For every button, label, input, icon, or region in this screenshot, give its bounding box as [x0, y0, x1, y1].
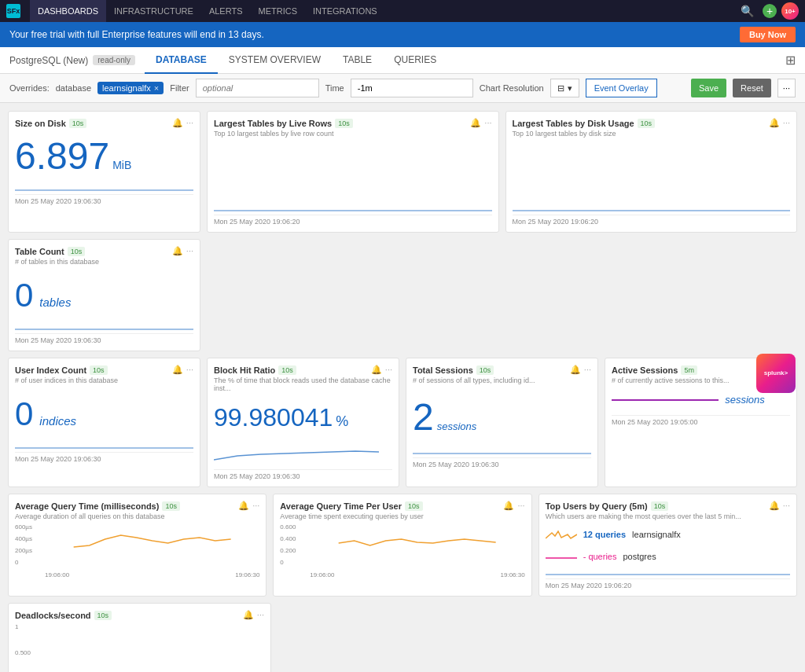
- card-dl-title: Deadlocks/second: [15, 611, 91, 620]
- tu-timestamp: Mon 25 May 2020 19:06:20: [546, 578, 790, 589]
- card-tu-bell-icon[interactable]: 🔔: [769, 501, 780, 511]
- avatar[interactable]: 10+: [781, 2, 799, 20]
- time-label: Time: [325, 83, 344, 93]
- aqt-chart-area: 600µs 400µs 200µs 0 19:06:00 19:06:30: [15, 523, 259, 578]
- ui-value-row: 0 indices: [15, 387, 193, 441]
- tc-value: 0: [15, 277, 33, 314]
- nav-alerts[interactable]: ALERTS: [201, 0, 251, 22]
- aqt-y3: 0: [15, 559, 42, 566]
- sub-nav: PostgreSQL (New) read-only DATABASE SYST…: [0, 47, 805, 74]
- nav-integrations[interactable]: INTEGRATIONS: [305, 0, 385, 22]
- logo-icon: SFx: [6, 4, 20, 18]
- database-tag-close[interactable]: ×: [154, 83, 159, 93]
- card-ld-more-icon[interactable]: ···: [783, 118, 790, 128]
- apu-chart-content: [310, 523, 524, 566]
- ts-value: 2: [413, 395, 434, 439]
- as-timestamp: Mon 25 May 2020 19:05:00: [612, 415, 790, 426]
- aqt-x0: 19:06:00: [45, 571, 69, 578]
- event-overlay-button[interactable]: Event Overlay: [586, 79, 657, 97]
- database-tag[interactable]: learnsignalfx ×: [97, 82, 164, 94]
- top-nav: SFx DASHBOARDS INFRASTRUCTURE ALERTS MET…: [0, 0, 805, 22]
- card-block-hit: Block Hit Ratio 10s 🔔 ··· The % of time …: [207, 358, 399, 487]
- card-more-icon[interactable]: ···: [186, 118, 193, 128]
- card-ts-bell-icon[interactable]: 🔔: [570, 365, 581, 375]
- save-button[interactable]: Save: [691, 79, 726, 97]
- time-input[interactable]: [351, 79, 473, 97]
- nav-icons: 🔍 + 10+: [737, 2, 799, 20]
- card-dl-bell-icon[interactable]: 🔔: [243, 610, 254, 620]
- card-bh-header: Block Hit Ratio 10s 🔔 ···: [214, 365, 392, 375]
- card-ts-badge: 10s: [476, 365, 494, 375]
- card-lr-bell-icon[interactable]: 🔔: [470, 118, 481, 128]
- chart-resolution-select[interactable]: ⊟ ▾: [550, 79, 579, 97]
- tab-system-overview[interactable]: SYSTEM OVERVIEW: [218, 47, 332, 74]
- card-largest-disk: Largest Tables by Disk Usage 10s 🔔 ··· T…: [505, 111, 798, 233]
- card-tu-more-icon[interactable]: ···: [783, 501, 790, 511]
- card-user-index: User Index Count 10s 🔔 ··· # of user ind…: [8, 358, 200, 487]
- card-dl-more-icon[interactable]: ···: [257, 610, 264, 620]
- card-bh-more-icon[interactable]: ···: [385, 365, 392, 375]
- nav-dashboards[interactable]: DASHBOARDS: [30, 0, 106, 22]
- database-tag-value: learnsignalfx: [102, 83, 151, 93]
- ld-timestamp: Mon 25 May 2020 19:06:20: [513, 215, 791, 226]
- card-bh-bell-icon[interactable]: 🔔: [371, 365, 382, 375]
- more-options-button[interactable]: ···: [777, 79, 796, 97]
- card-tc-more-icon[interactable]: ···: [186, 246, 193, 256]
- card-apu-more-icon[interactable]: ···: [517, 501, 524, 511]
- card-tc-title: Table Count: [15, 247, 64, 256]
- tab-table[interactable]: TABLE: [332, 47, 383, 74]
- size-unit: MiB: [112, 159, 131, 171]
- apu-x1: 19:06:30: [501, 571, 525, 578]
- tc-timestamp: Mon 25 May 2020 19:06:30: [15, 333, 193, 344]
- aqt-y0: 600µs: [15, 523, 42, 531]
- sub-nav-label: PostgreSQL (New): [9, 55, 88, 66]
- card-tc-header: Table Count 10s 🔔 ···: [15, 246, 193, 256]
- card-aqt-more-icon[interactable]: ···: [252, 501, 259, 511]
- card-ui-bell-icon[interactable]: 🔔: [172, 365, 183, 375]
- dl-y1: 0.500: [15, 649, 42, 656]
- card-aqt-subtitle: Average duration of all queries on this …: [15, 512, 259, 520]
- tab-database[interactable]: DATABASE: [145, 47, 218, 74]
- bh-timestamp: Mon 25 May 2020 19:06:30: [214, 469, 392, 480]
- card-ld-title: Largest Tables by Disk Usage: [513, 119, 634, 128]
- bh-value-row: 99.980041 %: [214, 395, 392, 440]
- logo[interactable]: SFx: [6, 4, 20, 18]
- buy-now-button[interactable]: Buy Now: [740, 27, 796, 42]
- card-bh-subtitle: The % of time that block reads used the …: [214, 376, 392, 392]
- aqt-yaxis: 600µs 400µs 200µs 0: [15, 523, 42, 566]
- dashboard-row-1: Size on Disk 10s 🔔 ··· 6.897 MiB Mon 25 …: [8, 111, 797, 233]
- resolution-label: Chart Resolution: [480, 83, 544, 93]
- tu2-name: postgres: [623, 552, 656, 561]
- resolution-arrow: ▾: [568, 83, 572, 94]
- card-ts-more-icon[interactable]: ···: [584, 365, 591, 375]
- card-tc-bell-icon[interactable]: 🔔: [172, 246, 183, 256]
- card-size-header: Size on Disk 10s 🔔 ···: [15, 118, 193, 128]
- card-bh-badge: 10s: [278, 365, 296, 375]
- dl-chart-content: [45, 623, 264, 672]
- card-ld-bell-icon[interactable]: 🔔: [769, 118, 780, 128]
- dl-svg: [45, 623, 264, 672]
- reset-button[interactable]: Reset: [733, 79, 771, 97]
- card-bell-icon[interactable]: 🔔: [172, 118, 183, 128]
- trial-text: Your free trial with full Enterprise fea…: [9, 29, 264, 40]
- card-lr-more-icon[interactable]: ···: [484, 118, 491, 128]
- grid-view-icon[interactable]: ⊞: [785, 53, 796, 68]
- card-apu-bell-icon[interactable]: 🔔: [503, 501, 514, 511]
- search-icon[interactable]: 🔍: [737, 3, 758, 19]
- card-aqt-bell-icon[interactable]: 🔔: [238, 501, 249, 511]
- tab-queries[interactable]: QUERIES: [383, 47, 447, 74]
- nav-infrastructure[interactable]: INFRASTRUCTURE: [106, 0, 201, 22]
- card-lr-badge: 10s: [335, 119, 353, 128]
- add-icon[interactable]: +: [763, 4, 777, 18]
- ld-chart-line: [513, 210, 791, 211]
- splunk-logo[interactable]: splunk>: [756, 354, 796, 393]
- filter-input[interactable]: [196, 79, 319, 97]
- ts-chart-line: [413, 453, 591, 454]
- nav-metrics[interactable]: METRICS: [250, 0, 305, 22]
- bh-unit: %: [336, 413, 348, 430]
- filter-label: Filter: [170, 83, 189, 93]
- card-ui-more-icon[interactable]: ···: [186, 365, 193, 375]
- tu2-count: - queries: [583, 552, 617, 561]
- card-lr-title: Largest Tables by Live Rows: [214, 119, 332, 128]
- card-aqt-header: Average Query Time (milliseconds) 10s 🔔 …: [15, 501, 259, 511]
